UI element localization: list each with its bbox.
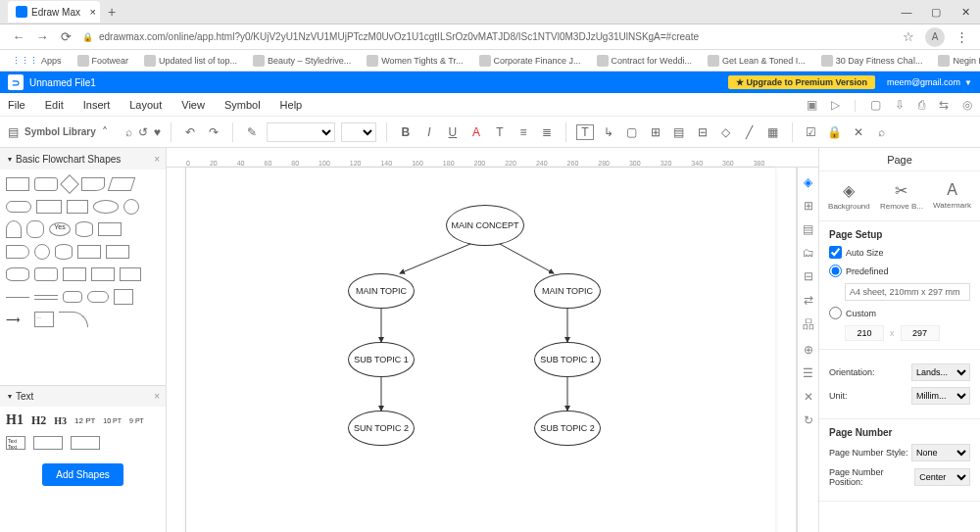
text-panel-header[interactable]: ▾ Text × bbox=[0, 385, 166, 407]
heart-icon[interactable]: ♥ bbox=[154, 125, 161, 139]
close-window-icon[interactable]: ✕ bbox=[951, 0, 980, 24]
node-sub-topic-1[interactable]: SUB TOPIC 1 bbox=[348, 342, 415, 377]
font-color-icon[interactable]: A bbox=[467, 125, 485, 139]
underline-icon[interactable]: U bbox=[444, 125, 462, 139]
add-icon[interactable]: ⊕ bbox=[804, 343, 813, 357]
predefined-radio[interactable]: Predefined bbox=[829, 265, 889, 277]
shape-parallel[interactable] bbox=[108, 177, 136, 191]
hierarchy-icon[interactable]: 品 bbox=[803, 316, 814, 333]
menu-symbol[interactable]: Symbol bbox=[224, 99, 261, 111]
bookmark-item[interactable]: Beauty – Styledrive... bbox=[253, 55, 351, 67]
node-sub-topic-1b[interactable]: SUB TOPIC 1 bbox=[534, 342, 601, 377]
shape-display[interactable] bbox=[6, 245, 29, 259]
checkbox-icon[interactable]: ☑ bbox=[803, 125, 820, 139]
shape-ellipse[interactable] bbox=[93, 200, 119, 214]
dropdown-icon[interactable]: ▼ bbox=[964, 78, 972, 87]
line-tool-icon[interactable]: ⊞ bbox=[647, 125, 664, 139]
fontsize-select[interactable] bbox=[341, 122, 376, 142]
shape-circle[interactable] bbox=[123, 199, 139, 215]
add-shapes-button[interactable]: Add Shapes bbox=[42, 463, 123, 486]
star-icon[interactable]: ☆ bbox=[902, 29, 915, 44]
menu-insert[interactable]: Insert bbox=[83, 99, 111, 111]
shape-lines[interactable] bbox=[34, 295, 58, 300]
italic-icon[interactable]: I bbox=[420, 125, 438, 139]
node-main-topic-1[interactable]: MAIN TOPIC bbox=[348, 273, 415, 309]
font-select[interactable] bbox=[267, 122, 335, 142]
layers-icon[interactable]: ◎ bbox=[962, 98, 972, 112]
bold-icon[interactable]: B bbox=[397, 125, 415, 139]
node-sub-topic-2[interactable]: SUB TOPIC 2 bbox=[534, 411, 601, 446]
menu-view[interactable]: View bbox=[181, 99, 205, 111]
shape-container[interactable] bbox=[36, 200, 62, 214]
menu-edit[interactable]: Edit bbox=[45, 99, 64, 111]
close-icon[interactable]: × bbox=[154, 391, 160, 402]
user-email[interactable]: meem@gmail.com bbox=[887, 77, 960, 87]
bookmark-item[interactable]: Contract for Weddi... bbox=[597, 55, 692, 67]
remove-bg-button[interactable]: ✂Remove B... bbox=[880, 181, 923, 211]
maximize-icon[interactable]: ▢ bbox=[921, 0, 951, 24]
pt12-style[interactable]: 12 PT bbox=[74, 416, 95, 425]
fill-icon[interactable]: ◇ bbox=[717, 125, 735, 139]
h1-style[interactable]: H1 bbox=[6, 412, 24, 428]
text-sample[interactable] bbox=[71, 436, 100, 450]
close-icon[interactable]: × bbox=[154, 154, 160, 165]
shape-arc[interactable] bbox=[59, 312, 88, 327]
bookmark-item[interactable]: 30 Day Fitness Chal... bbox=[821, 55, 923, 67]
node-main-topic-2[interactable]: MAIN TOPIC bbox=[534, 273, 601, 309]
shape-card[interactable] bbox=[98, 222, 122, 236]
shape-diamond[interactable] bbox=[60, 174, 79, 194]
shape-arrowline[interactable]: ⟶ bbox=[6, 314, 29, 325]
share-icon[interactable]: ⇄ bbox=[804, 293, 813, 307]
background-button[interactable]: ◈Background bbox=[828, 181, 870, 211]
undo-icon[interactable]: ↶ bbox=[181, 125, 199, 139]
unit-select[interactable]: Millim... bbox=[911, 387, 970, 405]
font-shadow-icon[interactable]: T bbox=[491, 125, 509, 139]
height-input[interactable] bbox=[901, 325, 940, 341]
play-icon[interactable]: ▷ bbox=[831, 98, 840, 112]
close-icon[interactable]: × bbox=[90, 6, 96, 18]
shape-actor[interactable] bbox=[6, 220, 22, 238]
redo-icon[interactable]: ↷ bbox=[205, 125, 222, 139]
reload-icon[interactable]: ⟳ bbox=[59, 29, 73, 44]
shape-doc[interactable] bbox=[81, 177, 105, 191]
shape-manual[interactable] bbox=[77, 245, 101, 259]
bookmark-item[interactable]: Updated list of top... bbox=[144, 55, 237, 67]
zoom-in-icon[interactable]: ⌕ bbox=[125, 125, 132, 139]
shape-pent[interactable] bbox=[120, 267, 141, 281]
ruler-icon[interactable]: 🗂 bbox=[803, 246, 814, 260]
shape-circle2[interactable] bbox=[34, 244, 50, 260]
bookmark-item[interactable]: Corporate Finance J... bbox=[479, 55, 581, 67]
paper-size-select[interactable]: A4 sheet, 210mm x 297 mm bbox=[845, 283, 970, 301]
shape-stadium[interactable] bbox=[87, 291, 109, 303]
shape-hex2[interactable] bbox=[91, 267, 115, 281]
h2-style[interactable]: H2 bbox=[31, 413, 46, 428]
lock-shape-icon[interactable]: 🔒 bbox=[826, 125, 844, 139]
present-icon[interactable]: ▣ bbox=[807, 98, 817, 112]
shape-cylinder2[interactable] bbox=[55, 244, 73, 260]
tools-icon[interactable]: ✕ bbox=[850, 125, 867, 139]
download-icon[interactable]: ⇩ bbox=[895, 98, 905, 112]
shape-line[interactable] bbox=[6, 297, 29, 298]
crosshair-icon[interactable]: ✕ bbox=[804, 390, 813, 404]
shape-hex[interactable] bbox=[63, 267, 86, 281]
drawing-canvas[interactable]: MAIN CONCEPT MAIN TOPIC MAIN TOPIC SUB T… bbox=[186, 168, 775, 532]
shape-rr[interactable] bbox=[63, 291, 82, 303]
node-sun-topic-2[interactable]: SUN TOPIC 2 bbox=[348, 411, 415, 446]
shape-round-rect[interactable] bbox=[34, 177, 58, 191]
text-sample[interactable] bbox=[33, 436, 63, 450]
layers-icon[interactable]: ▤ bbox=[8, 125, 19, 139]
shape-wave[interactable] bbox=[6, 267, 29, 281]
width-input[interactable] bbox=[845, 325, 884, 341]
align-center-icon[interactable]: ≣ bbox=[538, 125, 556, 139]
group-icon[interactable]: ⊟ bbox=[694, 125, 711, 139]
bookmark-item[interactable]: Women Tights & Tr... bbox=[367, 55, 463, 67]
browser-menu-icon[interactable]: ⋮ bbox=[955, 29, 968, 44]
text-sample[interactable]: TextText bbox=[6, 436, 25, 450]
shape-rect2[interactable] bbox=[34, 267, 58, 281]
stack-icon[interactable]: ⊟ bbox=[804, 269, 813, 283]
url-field[interactable]: 🔒 edrawmax.com/online/app.html?y0/KUjV2y… bbox=[82, 31, 892, 42]
shape-trap[interactable] bbox=[106, 245, 129, 259]
browser-tab[interactable]: Edraw Max × bbox=[8, 1, 100, 23]
shape-double[interactable] bbox=[67, 200, 88, 214]
save-icon[interactable]: ▢ bbox=[870, 98, 881, 112]
